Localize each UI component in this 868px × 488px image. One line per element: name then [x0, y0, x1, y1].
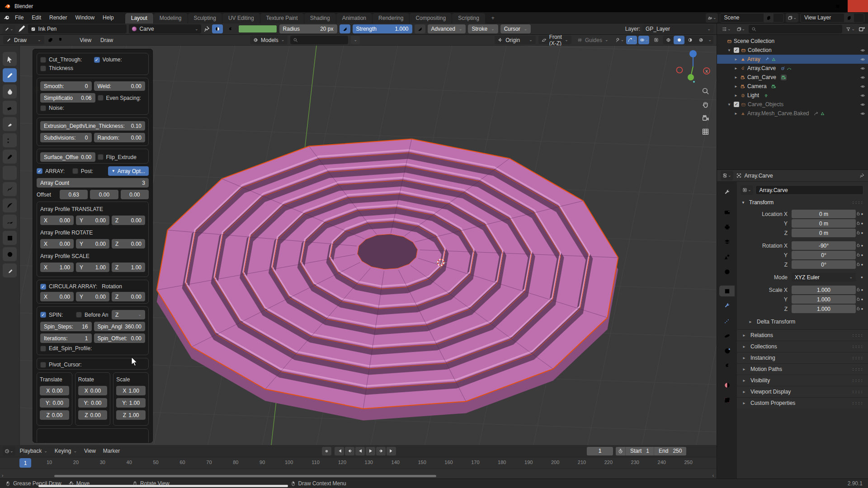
volume-checkbox[interactable]: ✓Volume: — [94, 56, 146, 63]
simplification-field[interactable]: Simplificatio0.06 — [40, 93, 95, 103]
lock-icon[interactable] — [856, 296, 861, 303]
timeline-editor-type-button[interactable]: ⌄ — [3, 446, 15, 456]
link-icon[interactable] — [814, 111, 819, 116]
circular-x-field[interactable]: X0.00 — [40, 292, 74, 301]
collapse-arrow-icon[interactable]: ► — [733, 57, 739, 61]
visibility-eye-icon[interactable] — [860, 111, 865, 116]
delta-transform-section[interactable]: ►Delta Transform — [741, 319, 863, 325]
outliner-item-label[interactable]: Array — [747, 56, 760, 62]
profile0-x-field[interactable]: X0.00 — [40, 216, 74, 225]
blender-app-menu-icon[interactable] — [4, 14, 10, 21]
circular-z-field[interactable]: Z0.00 — [112, 292, 145, 301]
draw-menu[interactable]: Draw — [97, 36, 116, 44]
weld-field[interactable]: Weld:0.00 — [94, 81, 146, 91]
tool-erase[interactable] — [3, 101, 17, 115]
iterations-field[interactable]: Iterations:1 — [40, 333, 92, 343]
flip-extrude-checkbox[interactable]: Flip_Extrude — [98, 154, 146, 160]
timeline-menu-view[interactable]: View — [80, 447, 99, 455]
lock-icon[interactable] — [856, 287, 861, 293]
checkbox-box[interactable]: ✓ — [40, 312, 46, 318]
close-button[interactable] — [848, 0, 868, 12]
cut-through-checkbox[interactable]: Cut_Through: — [40, 56, 92, 63]
auto-key-toggle[interactable] — [322, 447, 331, 455]
vertex-color-mode-toggle[interactable] — [212, 24, 223, 33]
outliner-item-label[interactable]: Scene Collection — [734, 38, 774, 44]
brush-name-field[interactable]: Ink Pen — [28, 24, 127, 33]
outliner-row[interactable]: Scene Collection — [717, 37, 868, 46]
menu-render[interactable]: Render — [45, 13, 71, 22]
jump-end-button[interactable] — [387, 447, 396, 455]
play-reverse-button[interactable] — [355, 447, 365, 455]
translate-x-field[interactable]: X0.00 — [40, 386, 69, 395]
menu-help[interactable]: Help — [99, 13, 118, 22]
visibility-eye-icon[interactable] — [860, 102, 865, 107]
multiframe-toggle[interactable] — [47, 36, 54, 44]
tool-eyedropper[interactable] — [3, 150, 17, 164]
collapse-arrow-icon[interactable]: ► — [733, 75, 739, 80]
collapse-arrow-icon[interactable]: ► — [733, 84, 739, 89]
outliner-row[interactable]: ► Light — [717, 91, 868, 100]
object-name-field[interactable]: Array.Carve — [755, 185, 863, 195]
menu-edit[interactable]: Edit — [28, 13, 45, 22]
advanced-dropdown[interactable]: Advanced⌄ — [428, 24, 466, 33]
properties-tab-render[interactable] — [719, 206, 735, 217]
lock-icon[interactable] — [856, 262, 861, 268]
outliner-item-label[interactable]: Carve_Objects — [748, 101, 783, 108]
display-mode-button[interactable]: ⌄ — [735, 24, 747, 34]
show-gizmo-toggle[interactable]: ⌄ — [626, 36, 637, 44]
view-layer-name[interactable]: View Layer — [801, 14, 844, 21]
timeline-expand-right-icon[interactable]: ‹ — [712, 473, 714, 478]
viewport-3d[interactable]: (1) Array.Carve Cut_Through:✓Volume: Thi… — [0, 46, 717, 445]
outliner-row[interactable]: ▼ ✓ Collection — [717, 46, 868, 55]
camdata-icon[interactable] — [771, 84, 776, 89]
checkbox-box[interactable] — [40, 105, 46, 111]
outliner-row[interactable]: ► Cam_Carve — [717, 73, 868, 82]
collection-checkbox[interactable]: ✓ — [734, 47, 739, 53]
transform-value-field[interactable]: 1.000 — [792, 286, 856, 294]
pin-material-icon[interactable] — [203, 26, 210, 32]
brush-preview-icon[interactable] — [18, 25, 26, 33]
spin-steps-field[interactable]: Spin_Steps:16 — [40, 322, 92, 331]
mode-dropdown[interactable]: Draw ⌄ — [3, 36, 44, 44]
tool-polyline[interactable] — [3, 182, 17, 196]
properties-tab-material[interactable] — [719, 380, 735, 390]
cursor-dropdown[interactable]: Cursor⌄ — [500, 24, 531, 33]
material-selector[interactable]: Carve ⌄ — [129, 24, 201, 33]
post-checkbox[interactable]: Post: — [72, 168, 106, 174]
properties-tab-modifiers[interactable] — [719, 300, 735, 311]
filter-button[interactable]: ⌄ — [844, 24, 857, 34]
checkbox-box[interactable] — [40, 362, 46, 368]
tool-interpolate[interactable] — [3, 263, 17, 277]
ortho-grid-icon[interactable] — [702, 128, 709, 136]
before-array-checkbox[interactable]: Before Arr... — [76, 312, 108, 318]
unlink-scene-icon[interactable] — [774, 14, 783, 22]
animate-dot-icon[interactable]: ● — [861, 263, 863, 267]
editor-type-button[interactable]: ⌄ — [720, 24, 733, 34]
checkbox-box[interactable] — [98, 154, 104, 160]
tool-tweak[interactable] — [3, 52, 17, 66]
view-layer-browse-button[interactable]: ⌄ — [786, 13, 798, 23]
tab-layout[interactable]: Layout — [125, 13, 153, 23]
rendered-shading-button[interactable] — [695, 36, 706, 44]
timeline-menu-marker[interactable]: Marker — [99, 447, 123, 455]
meshdata-icon[interactable] — [771, 57, 776, 62]
pin-id-icon[interactable] — [859, 173, 864, 178]
visibility-eye-icon[interactable] — [860, 75, 865, 80]
outliner-item-label[interactable]: Camera — [747, 83, 767, 89]
animate-dot-icon[interactable]: ● — [861, 221, 863, 225]
transform-value-field[interactable]: 0 m — [792, 229, 856, 237]
checkbox-box[interactable]: ✓ — [37, 168, 42, 174]
section-viewport-display[interactable]: ►Viewport Display:::: — [737, 386, 868, 397]
curvedata-icon[interactable] — [787, 66, 792, 71]
section-visibility[interactable]: ►Visibility:::: — [737, 375, 868, 386]
solid-shading-button[interactable] — [674, 36, 684, 44]
xray-toggle[interactable] — [651, 36, 661, 44]
properties-tab-object[interactable] — [719, 286, 735, 296]
spin-checkbox[interactable]: ✓SPIN: — [40, 312, 72, 318]
offset-value-0[interactable]: 0.63 — [60, 190, 88, 199]
scene-name[interactable]: Scene — [720, 14, 764, 21]
profile0-z-field[interactable]: Z0.00 — [112, 216, 145, 225]
maximize-button[interactable] — [827, 0, 848, 12]
proportional-edit-toggle[interactable] — [66, 36, 74, 44]
profile1-y-field[interactable]: Y0.00 — [76, 239, 109, 249]
